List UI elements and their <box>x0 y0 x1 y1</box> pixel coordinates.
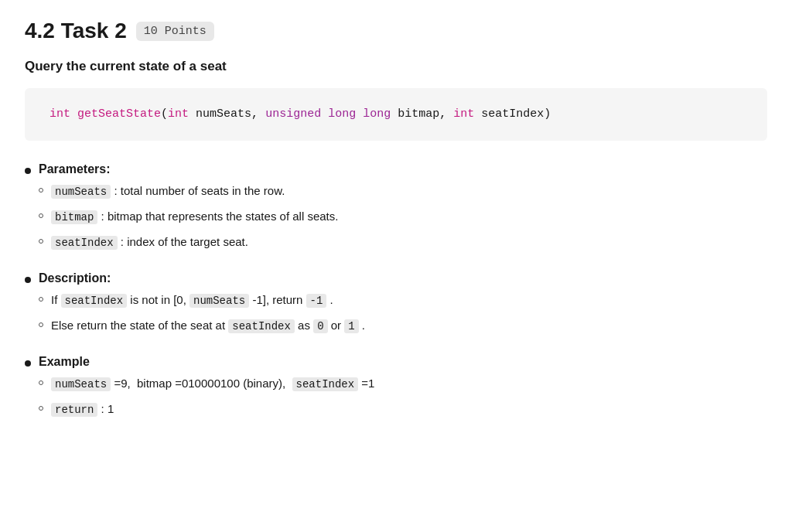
example-item-2: return : 1 <box>39 401 767 418</box>
code-bitmap: bitmap <box>51 210 97 224</box>
description-label: Description: <box>39 271 111 285</box>
code-seatIndex-2: seatIndex <box>228 319 295 333</box>
code-0: 0 <box>313 319 327 333</box>
points-badge: 10 Points <box>136 22 214 41</box>
parameters-label: Parameters: <box>39 162 111 176</box>
sub-bullet <box>39 380 43 385</box>
code-seatIndex-desc: seatIndex <box>61 294 128 308</box>
parameters-sub-list: numSeats : total number of seats in the … <box>39 182 767 251</box>
function-name: getSeatState <box>77 107 161 121</box>
main-list: Parameters: numSeats : total number of s… <box>25 162 767 426</box>
param-seatIndex: seatIndex : index of the target seat. <box>39 234 767 251</box>
example-label: Example <box>39 355 90 368</box>
code-seatIndex: seatIndex <box>51 236 118 250</box>
task-header: 4.2 Task 2 10 Points <box>25 19 767 43</box>
parameters-container: Parameters: numSeats : total number of s… <box>39 162 767 259</box>
bullet-dot <box>25 168 31 174</box>
param-type-1: int <box>168 107 189 121</box>
desc-item-1: If seatIndex is not in [0, numSeats -1],… <box>39 292 767 309</box>
bullet-dot <box>25 277 31 283</box>
param-bitmap: bitmap : bitmap that represents the stat… <box>39 208 767 226</box>
example-container: Example numSeats =9, bitmap =010000100 (… <box>39 355 767 426</box>
description-item: Description: If seatIndex is not in [0, … <box>25 271 767 343</box>
code-1: 1 <box>344 319 358 333</box>
code-numSeats-desc: numSeats <box>189 294 249 308</box>
code-neg1: -1 <box>306 294 327 308</box>
section-title: Query the current state of a seat <box>25 59 767 74</box>
code-block: int getSeatState(int numSeats, unsigned … <box>25 88 767 141</box>
sub-bullet <box>39 322 43 327</box>
code-numSeats: numSeats <box>51 185 111 199</box>
sub-bullet <box>39 213 43 218</box>
return-type: int <box>50 107 70 121</box>
code-return: return <box>51 403 97 417</box>
desc-item-2: Else return the state of the seat at sea… <box>39 317 767 335</box>
task-title: 4.2 Task 2 <box>25 19 127 43</box>
code-numSeats-ex: numSeats <box>51 377 111 391</box>
description-sub-list: If seatIndex is not in [0, numSeats -1],… <box>39 292 767 335</box>
bullet-dot <box>25 360 31 367</box>
example-sub-list: numSeats =9, bitmap =010000100 (binary),… <box>39 375 767 418</box>
example-item: Example numSeats =9, bitmap =010000100 (… <box>25 355 767 426</box>
param-type-3: int <box>453 107 474 121</box>
param-type-2: unsigned long long <box>265 107 391 121</box>
code-seatIndex-ex: seatIndex <box>292 377 359 391</box>
param-numSeats: numSeats : total number of seats in the … <box>39 182 767 200</box>
parameters-item: Parameters: numSeats : total number of s… <box>25 162 767 259</box>
description-container: Description: If seatIndex is not in [0, … <box>39 271 767 343</box>
sub-bullet <box>39 406 43 411</box>
example-item-1: numSeats =9, bitmap =010000100 (binary),… <box>39 375 767 393</box>
sub-bullet <box>39 239 43 244</box>
sub-bullet <box>39 297 43 302</box>
sub-bullet <box>39 188 43 193</box>
